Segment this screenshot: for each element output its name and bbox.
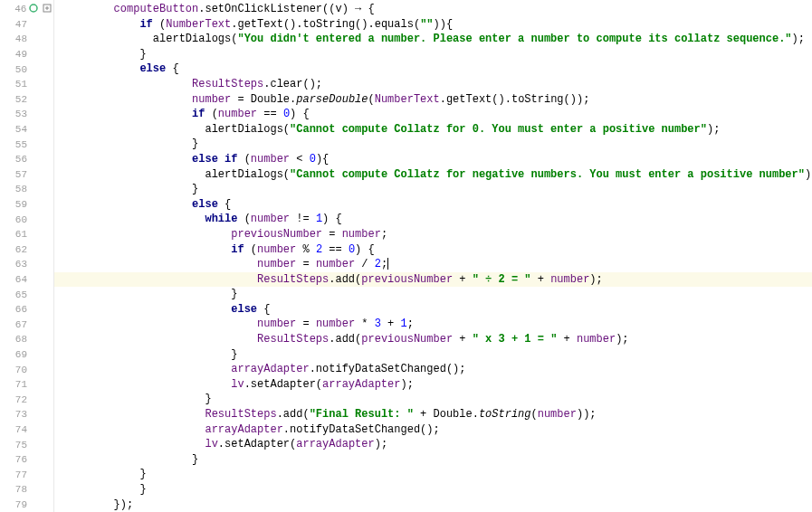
line-number: 72 (2, 394, 27, 405)
line-number: 54 (2, 124, 27, 135)
gutter-row-73[interactable]: 73 (0, 407, 53, 422)
code-line-64[interactable]: ResultSteps.add(previousNumber + " ÷ 2 =… (54, 272, 812, 288)
gutter-row-57[interactable]: 57 (0, 167, 53, 183)
code-line-69[interactable]: } (54, 347, 812, 363)
line-number: 65 (2, 289, 27, 300)
line-number: 59 (2, 199, 27, 210)
code-line-63[interactable]: number = number / 2; (54, 257, 812, 272)
code-line-53[interactable]: if (number == 0) { (54, 107, 812, 122)
gutter-row-61[interactable]: 61 (0, 227, 53, 242)
code-line-54[interactable]: alertDialogs("Cannot compute Collatz for… (54, 122, 812, 137)
gutter-row-67[interactable]: 67 (0, 317, 53, 332)
gutter-row-64[interactable]: 64 (0, 272, 53, 288)
gutter-row-70[interactable]: 70 (0, 362, 53, 377)
code-line-70[interactable]: arrayAdapter.notifyDataSetChanged(); (54, 362, 812, 377)
code-line-66[interactable]: else { (54, 302, 812, 318)
line-number: 48 (2, 33, 27, 44)
gutter-row-59[interactable]: 59 (0, 197, 53, 213)
code-line-56[interactable]: else if (number < 0){ (54, 152, 812, 167)
code-line-71[interactable]: lv.setAdapter(arrayAdapter); (54, 377, 812, 393)
gutter-row-55[interactable]: 55 (0, 137, 53, 152)
line-number: 70 (2, 365, 27, 375)
gutter-row-72[interactable]: 72 (0, 392, 53, 407)
line-number: 51 (2, 79, 27, 90)
gutter-row-77[interactable]: 77 (0, 467, 53, 482)
gutter-row-78[interactable]: 78 (0, 482, 53, 498)
gutter-row-79[interactable]: 79 (0, 498, 53, 512)
gutter-row-51[interactable]: 51 (0, 77, 53, 92)
line-number: 76 (2, 454, 27, 465)
line-number: 56 (2, 154, 27, 165)
code-line-49[interactable]: } (54, 47, 812, 62)
line-number: 49 (2, 49, 27, 60)
line-number: 60 (2, 214, 27, 225)
code-line-67[interactable]: number = number * 3 + 1; (54, 317, 812, 332)
code-line-62[interactable]: if (number % 2 == 0) { (54, 242, 812, 258)
fold-icon[interactable] (43, 4, 53, 14)
gutter-row-52[interactable]: 52 (0, 92, 53, 108)
gutter-row-47[interactable]: 47 (0, 17, 53, 33)
line-number: 66 (2, 304, 27, 315)
gutter-row-75[interactable]: 75 (0, 437, 53, 452)
gutter: 4647484950515253545556575859606162636465… (0, 0, 54, 512)
code-line-79[interactable]: }); (54, 498, 812, 512)
code-line-76[interactable]: } (54, 452, 812, 468)
gutter-row-63[interactable]: 63 (0, 257, 53, 272)
gutter-row-56[interactable]: 56 (0, 152, 53, 167)
gutter-row-76[interactable]: 76 (0, 452, 53, 468)
code-line-51[interactable]: ResultSteps.clear(); (54, 77, 812, 92)
svg-point-0 (30, 5, 37, 12)
code-line-72[interactable]: } (54, 392, 812, 407)
code-line-73[interactable]: ResultSteps.add("Final Result: " + Doubl… (54, 407, 812, 422)
code-line-65[interactable]: } (54, 287, 812, 302)
gutter-row-50[interactable]: 50 (0, 62, 53, 77)
line-number: 64 (2, 274, 27, 285)
line-number: 47 (2, 19, 27, 30)
line-number: 69 (2, 349, 27, 360)
gutter-row-53[interactable]: 53 (0, 107, 53, 122)
line-number: 67 (2, 319, 27, 330)
line-number: 63 (2, 259, 27, 270)
gutter-row-48[interactable]: 48 (0, 32, 53, 47)
line-number: 78 (2, 484, 27, 495)
gutter-row-60[interactable]: 60 (0, 212, 53, 227)
code-line-58[interactable]: } (54, 182, 812, 197)
line-number: 58 (2, 184, 27, 194)
gutter-row-74[interactable]: 74 (0, 422, 53, 438)
gutter-row-65[interactable]: 65 (0, 287, 53, 302)
code-line-68[interactable]: ResultSteps.add(previousNumber + " x 3 +… (54, 332, 812, 347)
code-line-77[interactable]: } (54, 467, 812, 482)
code-line-57[interactable]: alertDialogs("Cannot compute Collatz for… (54, 167, 812, 183)
line-number: 55 (2, 139, 27, 150)
code-line-47[interactable]: if (NumberText.getText().toString().equa… (54, 17, 812, 33)
code-line-50[interactable]: else { (54, 62, 812, 77)
gutter-row-49[interactable]: 49 (0, 47, 53, 62)
gutter-row-68[interactable]: 68 (0, 332, 53, 347)
gutter-row-46[interactable]: 46 (0, 2, 53, 17)
code-line-74[interactable]: arrayAdapter.notifyDataSetChanged(); (54, 422, 812, 438)
code-line-46[interactable]: computeButton.setOnClickListener((v) → { (54, 2, 812, 17)
code-line-59[interactable]: else { (54, 197, 812, 213)
line-number: 73 (2, 409, 27, 420)
code-line-52[interactable]: number = Double.parseDouble(NumberText.g… (54, 92, 812, 108)
gutter-row-54[interactable]: 54 (0, 122, 53, 137)
code-line-60[interactable]: while (number != 1) { (54, 212, 812, 227)
line-number: 53 (2, 109, 27, 119)
line-number: 52 (2, 94, 27, 105)
code-line-78[interactable]: } (54, 482, 812, 498)
gutter-row-66[interactable]: 66 (0, 302, 53, 318)
code-line-48[interactable]: alertDialogs("You didn't entered a numbe… (54, 32, 812, 47)
code-line-75[interactable]: lv.setAdapter(arrayAdapter); (54, 437, 812, 452)
gutter-row-58[interactable]: 58 (0, 182, 53, 197)
line-number: 61 (2, 229, 27, 240)
code-line-61[interactable]: previousNumber = number; (54, 227, 812, 242)
breakpoint-icon[interactable] (29, 4, 40, 14)
line-number: 68 (2, 334, 27, 345)
gutter-row-62[interactable]: 62 (0, 242, 53, 258)
gutter-row-69[interactable]: 69 (0, 347, 53, 363)
code-line-55[interactable]: } (54, 137, 812, 152)
line-number: 62 (2, 244, 27, 255)
line-number: 71 (2, 379, 27, 390)
gutter-row-71[interactable]: 71 (0, 377, 53, 393)
code-editor[interactable]: computeButton.setOnClickListener((v) → {… (54, 0, 812, 512)
